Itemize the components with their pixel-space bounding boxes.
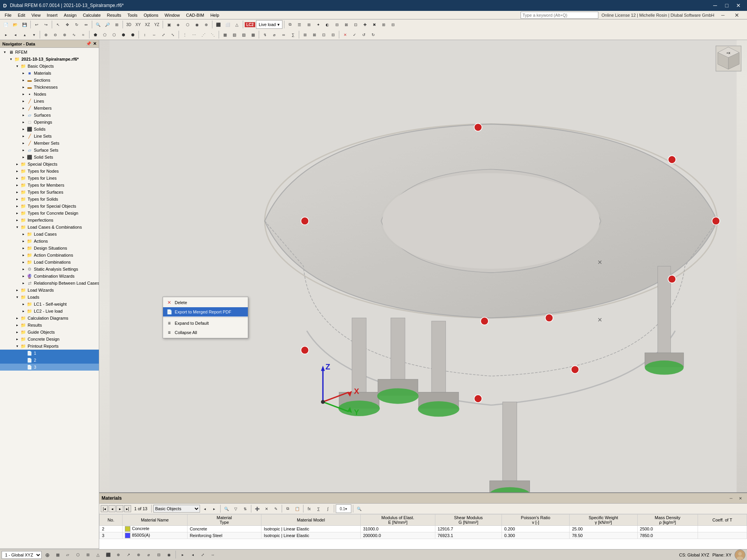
tree-pr-2[interactable]: 📄 2: [0, 357, 99, 364]
ctx-export-pdf[interactable]: 📄 Export to Merged Report PDF: [163, 307, 248, 317]
tree-actions[interactable]: ▸ 📁 Actions: [0, 238, 99, 245]
filter-dropdown[interactable]: Basic Objects: [153, 505, 200, 513]
tree-static-analysis-settings[interactable]: ▸ ⚙ Static Analysis Settings: [0, 266, 99, 273]
menu-calculate[interactable]: Calculate: [80, 12, 104, 18]
panel-paste-button[interactable]: 📋: [293, 504, 302, 513]
tree-load-wizards[interactable]: ▸ 📁 Load Wizards: [0, 287, 99, 294]
tree-pr-1[interactable]: 📄 1: [0, 350, 99, 357]
coord-system-selector[interactable]: 1 - Global XYZ: [2, 551, 42, 559]
tb2-35[interactable]: ✕: [341, 30, 349, 39]
tb-more-12[interactable]: ⊟: [389, 20, 397, 29]
rotate-button[interactable]: ↻: [72, 20, 81, 29]
scale-button[interactable]: ⇔: [82, 20, 90, 29]
menu-results[interactable]: Results: [104, 12, 124, 18]
view-3d-button[interactable]: 3D: [124, 20, 133, 29]
lc-selector[interactable]: Live load ▾: [256, 20, 282, 29]
tree-surfaces[interactable]: ▸ ▱ Surfaces: [0, 112, 99, 119]
panel-close-button[interactable]: ✕: [736, 494, 745, 502]
menu-window[interactable]: Window: [161, 12, 183, 18]
tb2-12[interactable]: ⬡: [110, 30, 118, 39]
tree-combination-wizards[interactable]: ▸ 🔮 Combination Wizards: [0, 273, 99, 280]
nav-close-icon[interactable]: ✕: [93, 41, 96, 46]
tb2-5[interactable]: ⊕: [42, 30, 50, 39]
tree-members[interactable]: ▸ ╱ Members: [0, 105, 99, 112]
tb2-9[interactable]: ≈: [79, 30, 88, 39]
tree-loads[interactable]: ▾ 📁 Loads: [0, 294, 99, 301]
tree-rfem-root[interactable]: ▾ 🖥 RFEM: [0, 49, 99, 56]
view-yz-button[interactable]: YZ: [153, 20, 161, 29]
panel-delete-button[interactable]: ✕: [262, 504, 271, 513]
tb2-19[interactable]: ⋮: [181, 30, 189, 39]
status-btn-1[interactable]: ⊕: [43, 551, 52, 559]
table-row[interactable]: 3 8500S(A) Reinforcing Steel Isotropic |…: [100, 532, 747, 539]
tb-btn-9[interactable]: ◉: [193, 20, 201, 29]
tb2-34[interactable]: ⊟: [329, 30, 337, 39]
tree-load-cases-combinations[interactable]: ▾ 📁 Load Cases & Combinations: [0, 224, 99, 231]
tb2-33[interactable]: ⊡: [319, 30, 328, 39]
panel-formula-button[interactable]: ∑: [314, 504, 323, 513]
status-btn-11[interactable]: ⌀: [144, 551, 153, 559]
tb-more-3[interactable]: ⊞: [305, 20, 313, 29]
tree-thicknesses[interactable]: ▸ ▬ Thicknesses: [0, 84, 99, 91]
panel-num-button[interactable]: 0.1▾: [336, 504, 351, 513]
tb2-15[interactable]: ↕: [140, 30, 149, 39]
menu-assign[interactable]: Assign: [61, 12, 80, 18]
tb-more-6[interactable]: ⊟: [333, 20, 341, 29]
tb2-21[interactable]: ⋰: [199, 30, 208, 39]
status-btn-3[interactable]: ▱: [63, 551, 72, 559]
tree-relationship-load-cases[interactable]: ▸ ⇄ Relationship Between Load Cases: [0, 280, 99, 287]
ctx-delete[interactable]: ✕ Delete: [163, 298, 248, 307]
panel-settings-button[interactable]: 🔍: [355, 504, 363, 513]
tree-concrete-design[interactable]: ▸ 📁 Concrete Design: [0, 336, 99, 343]
first-page-button[interactable]: |◂: [101, 505, 108, 512]
view-xy-button[interactable]: XY: [134, 20, 142, 29]
nav-pin-icon[interactable]: 📌: [86, 41, 91, 46]
tree-results[interactable]: ▸ 📁 Results: [0, 322, 99, 329]
tb-more-10[interactable]: ✖: [370, 20, 379, 29]
tb2-4[interactable]: ▾: [30, 30, 38, 39]
tb-more-9[interactable]: ✚: [361, 20, 369, 29]
view-xz-button[interactable]: XZ: [143, 20, 152, 29]
status-btn-12[interactable]: ⊟: [154, 551, 163, 559]
status-btn-7[interactable]: ⬛: [104, 551, 112, 559]
tb2-17[interactable]: ⤢: [159, 30, 168, 39]
tb-more-2[interactable]: ☰: [295, 20, 304, 29]
new-button[interactable]: 📄: [2, 20, 10, 29]
tree-line-sets[interactable]: ▸ ╱ Line Sets: [0, 133, 99, 140]
panel-btn-left[interactable]: ◂: [201, 504, 209, 513]
menu-tools[interactable]: Tools: [124, 12, 140, 18]
license-minimize-button[interactable]: ─: [717, 10, 728, 21]
tb2-11[interactable]: ⬠: [100, 30, 109, 39]
zoom-in-button[interactable]: 🔍: [94, 20, 102, 29]
tb2-18[interactable]: ⤡: [168, 30, 177, 39]
tb-btn-13[interactable]: △: [233, 20, 241, 29]
tree-load-cases[interactable]: ▸ 📁 Load Cases: [0, 231, 99, 238]
tree-solid-sets[interactable]: ▸ ⬛ Solid Sets: [0, 154, 99, 161]
tb2-24[interactable]: ▧: [230, 30, 238, 39]
tree-printout-reports[interactable]: ▾ 📁 Printout Reports: [0, 343, 99, 350]
tb2-26[interactable]: ▩: [249, 30, 257, 39]
status-btn-16[interactable]: ⤢: [198, 551, 207, 559]
status-btn-8[interactable]: ⊕: [114, 551, 123, 559]
tb2-36[interactable]: ✓: [350, 30, 359, 39]
tb2-1[interactable]: ▸: [2, 30, 10, 39]
tb2-23[interactable]: ▦: [221, 30, 229, 39]
tree-load-combinations[interactable]: ▸ 📁 Load Combinations: [0, 259, 99, 266]
tree-sections[interactable]: ▸ ▬ Sections: [0, 77, 99, 84]
save-button[interactable]: 💾: [20, 20, 29, 29]
tb2-2[interactable]: ◂: [11, 30, 19, 39]
panel-add-button[interactable]: ➕: [253, 504, 261, 513]
zoom-all-button[interactable]: ⊞: [112, 20, 121, 29]
tree-lc2[interactable]: ▸ 📁 LC2 - Live load: [0, 308, 99, 315]
tree-types-nodes[interactable]: ▸ 📁 Types for Nodes: [0, 168, 99, 175]
tb2-22[interactable]: ⋱: [209, 30, 217, 39]
panel-edit-button[interactable]: ✎: [272, 504, 280, 513]
tb2-32[interactable]: ⊠: [310, 30, 319, 39]
prev-page-button[interactable]: ◂: [109, 505, 116, 512]
panel-search-button[interactable]: 🔍: [222, 504, 231, 513]
tree-surface-sets[interactable]: ▸ ▱ Surface Sets: [0, 147, 99, 154]
tb-more-1[interactable]: ⧉: [286, 20, 295, 29]
keyword-search[interactable]: [521, 12, 598, 19]
menu-view[interactable]: View: [28, 12, 44, 18]
tb-btn-8[interactable]: ⬡: [183, 20, 192, 29]
